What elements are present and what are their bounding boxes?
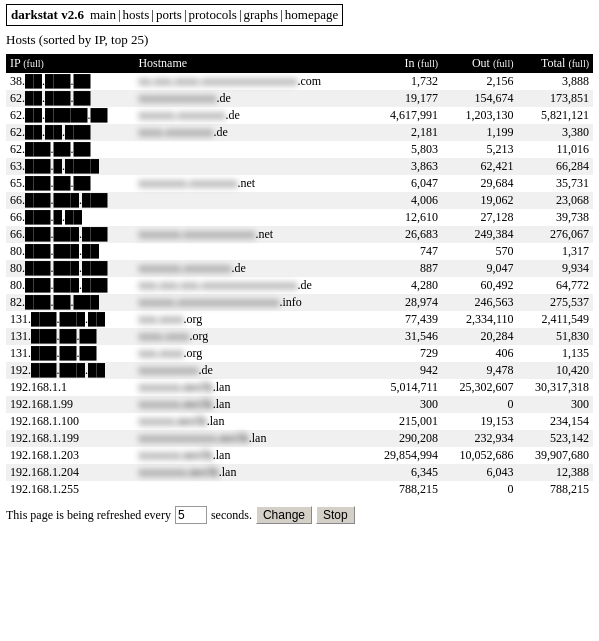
ip-link[interactable]: 80.███.███.███ xyxy=(10,278,108,292)
cell-ip: 192.168.1.203 xyxy=(6,447,134,464)
hostname-link[interactable]: xxxxxxxxxx.de xyxy=(138,363,212,377)
cell-out: 6,043 xyxy=(442,464,517,481)
cell-total: 1,317 xyxy=(518,243,594,260)
ip-link[interactable]: 62.██.███.██ xyxy=(10,91,91,105)
cell-in: 6,345 xyxy=(367,464,442,481)
col-in-link[interactable]: In xyxy=(404,56,414,70)
cell-hostname xyxy=(134,192,366,209)
change-button[interactable]: Change xyxy=(256,506,312,524)
ip-link[interactable]: 192.168.1.199 xyxy=(10,431,79,445)
table-row: 192.168.1.1xxxxxxx.neo5k.lan5,014,71125,… xyxy=(6,379,593,396)
cell-ip: 192.168.1.255 xyxy=(6,481,134,498)
cell-total: 3,380 xyxy=(518,124,594,141)
hostname-link[interactable]: xxxx.xxxxxxxx.de xyxy=(138,125,227,139)
ip-link[interactable]: 131.███.██.██ xyxy=(10,346,97,360)
cell-total: 1,135 xyxy=(518,345,594,362)
cell-out: 249,384 xyxy=(442,226,517,243)
table-row: 131.███.██.██xxxx.xxxx.org31,54620,28451… xyxy=(6,328,593,345)
table-row: 82.███.██.███xxxxxx.xxxxxxxxxxxxxxxxx.in… xyxy=(6,294,593,311)
ip-link[interactable]: 82.███.██.███ xyxy=(10,295,99,309)
cell-total: 30,317,318 xyxy=(518,379,594,396)
ip-link[interactable]: 38.██.███.██ xyxy=(10,74,91,88)
cell-total: 275,537 xyxy=(518,294,594,311)
cell-in: 6,047 xyxy=(367,175,442,192)
hostname-link[interactable]: xxxxxxx.neo5k.lan xyxy=(138,448,230,462)
ip-link[interactable]: 65.███.██.██ xyxy=(10,176,91,190)
page-subtitle: Hosts (sorted by IP, top 25) xyxy=(6,32,593,48)
hostname-link[interactable]: xx.xxx.xxxx.xxxxxxxxxxxxxxxx.com xyxy=(138,74,321,88)
cell-in: 4,617,991 xyxy=(367,107,442,124)
col-ip-link[interactable]: IP xyxy=(10,56,20,70)
ip-link[interactable]: 62.███.██.██ xyxy=(10,142,91,156)
hostname-link[interactable]: xxxxxxxx.xxxxxxxx.net xyxy=(138,176,255,190)
refresh-interval-input[interactable] xyxy=(175,506,207,524)
ip-link[interactable]: 192.███.███.██ xyxy=(10,363,105,377)
hostname-link[interactable]: xxxxxxxxxxxxx.de xyxy=(138,91,230,105)
ip-link[interactable]: 66.███.███.███ xyxy=(10,193,108,207)
ip-link[interactable]: 63.███.█.████ xyxy=(10,159,99,173)
ip-link[interactable]: 62.██.██.███ xyxy=(10,125,91,139)
nav-homepage[interactable]: homepage xyxy=(285,7,338,23)
hostname-link[interactable]: xxxxxxxxxxxxx.neo5k.lan xyxy=(138,431,266,445)
hostname-link[interactable]: xxxx.xxxx.org xyxy=(138,329,208,343)
ip-link[interactable]: 192.168.1.100 xyxy=(10,414,79,428)
cell-total: 35,731 xyxy=(518,175,594,192)
table-row: 66.███.█.██12,61027,12839,738 xyxy=(6,209,593,226)
ip-link[interactable]: 192.168.1.203 xyxy=(10,448,79,462)
ip-link[interactable]: 131.███.██.██ xyxy=(10,329,97,343)
cell-total: 39,738 xyxy=(518,209,594,226)
nav-protocols[interactable]: protocols xyxy=(189,7,237,23)
col-out-link[interactable]: Out xyxy=(472,56,490,70)
table-body: 38.██.███.██xx.xxx.xxxx.xxxxxxxxxxxxxxxx… xyxy=(6,73,593,498)
ip-link[interactable]: 192.168.1.1 xyxy=(10,380,67,394)
cell-ip: 131.███.███.██ xyxy=(6,311,134,328)
ip-link[interactable]: 62.██.█████.██ xyxy=(10,108,108,122)
hostname-link[interactable]: xxxxxxx.xxxxxxxx.de xyxy=(138,261,245,275)
table-row: 62.██.███.██xxxxxxxxxxxxx.de19,177154,67… xyxy=(6,90,593,107)
cell-out: 60,492 xyxy=(442,277,517,294)
cell-hostname: xxxxxxxx.xxxxxxxx.net xyxy=(134,175,366,192)
app-title: darkstat v2.6 xyxy=(11,7,84,23)
cell-total: 12,388 xyxy=(518,464,594,481)
cell-hostname: xxxxxxx.xxxxxxxxxxxx.net xyxy=(134,226,366,243)
nav-hosts[interactable]: hosts xyxy=(123,7,150,23)
nav-ports[interactable]: ports xyxy=(156,7,182,23)
cell-total: 5,821,121 xyxy=(518,107,594,124)
cell-hostname: xxxx.xxxx.org xyxy=(134,328,366,345)
cell-hostname: xxxxxx.xxxxxxxxxxxxxxxxx.info xyxy=(134,294,366,311)
ip-link[interactable]: 192.168.1.255 xyxy=(10,482,79,496)
hostname-link[interactable]: xxxxxx.xxxxxxxx.de xyxy=(138,108,239,122)
ip-link[interactable]: 80.███.███.██ xyxy=(10,244,99,258)
ip-link[interactable]: 66.███.███.███ xyxy=(10,227,108,241)
cell-total: 2,411,549 xyxy=(518,311,594,328)
table-row: 192.168.1.100xxxxxx.neo5k.lan215,00119,1… xyxy=(6,413,593,430)
hostname-link[interactable]: xxxxxxx.xxxxxxxxxxxx.net xyxy=(138,227,273,241)
cell-hostname: xxx.xxxx.org xyxy=(134,345,366,362)
nav-graphs[interactable]: graphs xyxy=(244,7,279,23)
cell-out: 9,047 xyxy=(442,260,517,277)
col-total-link[interactable]: Total xyxy=(541,56,566,70)
hostname-link[interactable]: xxxxxx.neo5k.lan xyxy=(138,414,224,428)
hostname-link[interactable]: xxx.xxx.xxx.xxxxxxxxxxxxxxxx.de xyxy=(138,278,311,292)
hostname-link[interactable]: xxxxxxxx.neo5k.lan xyxy=(138,465,236,479)
hostname-link[interactable]: xxxxxxx.neo5k.lan xyxy=(138,397,230,411)
cell-ip: 80.███.███.███ xyxy=(6,260,134,277)
cell-out: 20,284 xyxy=(442,328,517,345)
hostname-link[interactable]: xxxxxxx.neo5k.lan xyxy=(138,380,230,394)
ip-link[interactable]: 131.███.███.██ xyxy=(10,312,105,326)
ip-link[interactable]: 192.168.1.99 xyxy=(10,397,73,411)
ip-link[interactable]: 192.168.1.204 xyxy=(10,465,79,479)
stop-button[interactable]: Stop xyxy=(316,506,355,524)
hostname-link[interactable]: xxx.xxxx.org xyxy=(138,346,202,360)
ip-link[interactable]: 66.███.█.██ xyxy=(10,210,82,224)
hostname-link[interactable]: xxxxxx.xxxxxxxxxxxxxxxxx.info xyxy=(138,295,301,309)
cell-total: 66,284 xyxy=(518,158,594,175)
ip-link[interactable]: 80.███.███.███ xyxy=(10,261,108,275)
cell-total: 173,851 xyxy=(518,90,594,107)
hostname-link[interactable]: xxx.xxxx.org xyxy=(138,312,202,326)
table-row: 38.██.███.██xx.xxx.xxxx.xxxxxxxxxxxxxxxx… xyxy=(6,73,593,90)
cell-ip: 66.███.███.███ xyxy=(6,226,134,243)
cell-out: 10,052,686 xyxy=(442,447,517,464)
cell-ip: 62.██.█████.██ xyxy=(6,107,134,124)
nav-main[interactable]: main xyxy=(90,7,116,23)
